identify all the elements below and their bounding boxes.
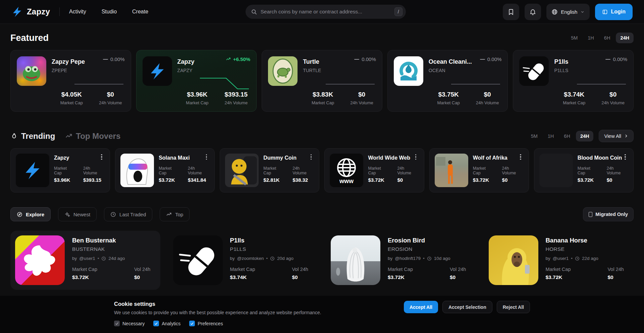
- creator-handle[interactable]: @zoomtoken: [237, 256, 264, 261]
- nav-divider: [59, 7, 60, 16]
- timeframe-24h[interactable]: 24H: [576, 131, 594, 142]
- coin-list-item[interactable]: Ben Busternak BUSTERNAK by @user1 • 24d …: [10, 231, 160, 290]
- trending-card[interactable]: Zapzy Market Cap$3.96K 24h Volume$393.15: [10, 148, 110, 192]
- brand-logo[interactable]: Zapzy: [11, 6, 50, 17]
- migrated-only-toggle[interactable]: Migrated Only: [583, 207, 634, 221]
- notifications-button[interactable]: [525, 4, 541, 20]
- checkbox-preferences[interactable]: Preferences: [189, 321, 223, 326]
- trending-card[interactable]: Wolf of Afrika Market Cap$3.72K 24h Volu…: [429, 148, 529, 192]
- brand-name: Zapzy: [27, 7, 50, 16]
- trending-header: Trending Top Movers 5M 1H 6H 24H View Al…: [10, 130, 634, 142]
- nav-links: Activity Studio Create: [69, 9, 148, 15]
- www-globe-art: www: [330, 154, 363, 187]
- sparkline: [450, 76, 501, 91]
- trending-card[interactable]: Dummy Coin Market Cap$2.81K 24h Volume$3…: [220, 148, 319, 192]
- volume-value: $0: [99, 91, 122, 98]
- coin-list-item[interactable]: Erosion Bird EROSION by @hodlnft179 • 10…: [326, 231, 476, 290]
- market-cap-value: $3.74K: [563, 91, 585, 98]
- coin-name: Blood Moon Coin: [578, 155, 628, 162]
- volume-label: 24h Volume: [99, 100, 122, 105]
- trending-card[interactable]: Blood Moon Coin Market Cap$3.72K 24h Vol…: [534, 148, 634, 192]
- coin-stats: Market Cap$3.72K Vol 24h$0: [72, 267, 156, 280]
- featured-card[interactable]: P1lls P1LLS 0.00% $3.74KMarket Cap $024h…: [513, 50, 634, 112]
- featured-card[interactable]: Zapzy Pepe ZPEPE 0.00% $4.05KMarket Cap …: [10, 50, 131, 112]
- filter-top[interactable]: Top: [160, 207, 190, 221]
- filter-newest[interactable]: Newest: [58, 207, 97, 221]
- flat-icon: [354, 59, 359, 60]
- card-menu-button[interactable]: [307, 153, 315, 161]
- filter-explore[interactable]: Explore: [10, 207, 51, 221]
- coin-name: Dummy Coin: [263, 155, 314, 162]
- coin-image: www: [330, 154, 363, 187]
- card-menu-button[interactable]: [412, 153, 420, 161]
- volume-label: 24h Volume: [476, 100, 499, 105]
- price-change: +6.50%: [226, 56, 250, 62]
- wolf-art: [435, 154, 468, 187]
- timeframe-6h[interactable]: 6H: [559, 131, 575, 142]
- coin-name: Zapzy: [54, 155, 105, 162]
- card-menu-button[interactable]: [622, 153, 629, 161]
- clock-icon: [110, 212, 116, 217]
- wallet-icon: [602, 9, 608, 15]
- featured-card[interactable]: Turtle TURTLE 0.00% $3.83KMarket Cap $02…: [262, 50, 382, 112]
- accept-selection-button[interactable]: Accept Selection: [442, 301, 492, 313]
- coin-byline: by @zoomtoken • 20d ago: [230, 256, 314, 261]
- coin-stats: Market Cap$3.74K Vol 24h$0: [230, 267, 314, 280]
- coin-list-item[interactable]: P1lls P1LLS by @zoomtoken • 20d ago Mark…: [168, 231, 318, 290]
- volume-value: $393.15: [225, 91, 248, 98]
- nav-link-create[interactable]: Create: [132, 9, 148, 15]
- tab-trending[interactable]: Trending: [10, 131, 55, 141]
- timeframe-24h[interactable]: 24H: [616, 33, 634, 43]
- card-stats: $3.83KMarket Cap $024h Volume: [268, 91, 376, 105]
- filter-last-traded[interactable]: Last Traded: [104, 207, 152, 221]
- coin-image: [268, 56, 298, 86]
- creator-handle[interactable]: @user1: [553, 256, 569, 261]
- card-stats: $3.75KMarket Cap $024h Volume: [394, 91, 502, 105]
- timeframe-1h[interactable]: 1H: [583, 33, 598, 43]
- view-all-button[interactable]: View All: [599, 130, 634, 142]
- coin-list-item[interactable]: Banana Horse HORSE by @user1 • 22d ago M…: [484, 231, 634, 290]
- coin-name: Ben Busternak: [72, 237, 156, 244]
- price-change: 0.00%: [480, 56, 502, 62]
- card-menu-button[interactable]: [98, 153, 105, 161]
- search-input[interactable]: [261, 9, 391, 15]
- tab-top-movers[interactable]: Top Movers: [65, 131, 120, 141]
- ocean-art: [394, 56, 423, 86]
- creator-handle[interactable]: @user1: [79, 256, 95, 261]
- search-bar[interactable]: /: [246, 5, 406, 19]
- featured-card[interactable]: Zapzy ZAPZY +6.50% $3.96KMarket Cap $393…: [136, 50, 257, 112]
- checkbox-analytics[interactable]: Analytics: [153, 321, 180, 326]
- zapzy-bolt-icon: [23, 161, 42, 180]
- compass-icon: [17, 212, 22, 217]
- login-button[interactable]: Login: [595, 4, 633, 20]
- card-menu-button[interactable]: [203, 153, 210, 161]
- card-menu-button[interactable]: [517, 153, 524, 161]
- timeframe-5m[interactable]: 5M: [527, 131, 542, 142]
- nav-link-studio[interactable]: Studio: [102, 9, 117, 15]
- card-stats: Market Cap$3.72K 24h Volume$0: [473, 166, 524, 183]
- volume-label: 24h Volume: [225, 100, 248, 105]
- trending-card[interactable]: Solana Maxi Market Cap$3.72K 24h Volume$…: [115, 148, 215, 192]
- timeframe-6h[interactable]: 6H: [600, 33, 615, 43]
- featured-card[interactable]: Ocean Cleani... OCEAN 0.00% $3.75KMarket…: [387, 50, 508, 112]
- zapzy-bolt-icon: [148, 62, 166, 80]
- nav-link-activity[interactable]: Activity: [69, 9, 86, 15]
- language-selector[interactable]: English: [546, 4, 590, 20]
- market-cap-label: Market Cap: [437, 100, 460, 105]
- sparkles-icon: [64, 212, 70, 217]
- featured-title: Featured: [10, 33, 49, 43]
- timeframe-1h[interactable]: 1H: [543, 131, 558, 142]
- coin-byline: by @hodlnft179 • 10d ago: [388, 256, 471, 261]
- timeframe-5m[interactable]: 5M: [567, 33, 582, 43]
- reject-all-button[interactable]: Reject All: [497, 301, 530, 313]
- market-cap-label: Market Cap: [60, 100, 83, 105]
- trending-card[interactable]: www World Wide Web Market Cap$3.72K 24h …: [324, 148, 424, 192]
- sparkline: [576, 76, 627, 91]
- accept-all-button[interactable]: Accept All: [404, 301, 438, 313]
- checkbox-necessary[interactable]: Necessary: [114, 321, 145, 326]
- coin-name: World Wide Web: [368, 155, 419, 162]
- card-stats: $3.96KMarket Cap $393.1524h Volume: [143, 91, 251, 105]
- bookmark-button[interactable]: [503, 4, 519, 20]
- creator-handle[interactable]: @hodlnft179: [395, 256, 421, 261]
- volume-label: 24h Volume: [601, 100, 625, 105]
